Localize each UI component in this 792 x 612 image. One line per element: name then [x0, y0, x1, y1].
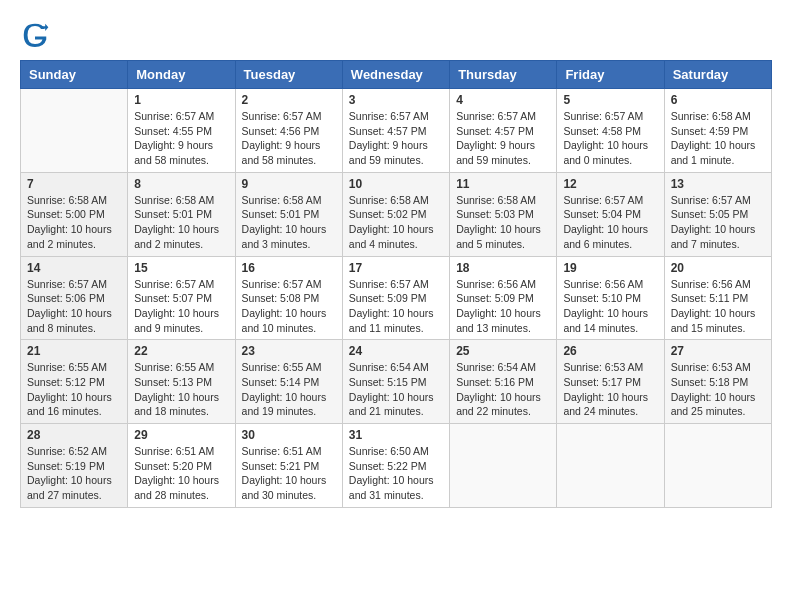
calendar-cell — [21, 89, 128, 173]
day-number: 4 — [456, 93, 550, 107]
day-info: Sunrise: 6:53 AMSunset: 5:17 PMDaylight:… — [563, 360, 657, 419]
day-info: Sunrise: 6:58 AMSunset: 5:02 PMDaylight:… — [349, 193, 443, 252]
day-info: Sunrise: 6:54 AMSunset: 5:16 PMDaylight:… — [456, 360, 550, 419]
weekday-header: Saturday — [664, 61, 771, 89]
day-number: 29 — [134, 428, 228, 442]
logo-icon — [20, 20, 50, 50]
day-info: Sunrise: 6:57 AMSunset: 4:57 PMDaylight:… — [349, 109, 443, 168]
day-number: 5 — [563, 93, 657, 107]
calendar-cell: 12Sunrise: 6:57 AMSunset: 5:04 PMDayligh… — [557, 172, 664, 256]
calendar-cell: 27Sunrise: 6:53 AMSunset: 5:18 PMDayligh… — [664, 340, 771, 424]
calendar-week-row: 21Sunrise: 6:55 AMSunset: 5:12 PMDayligh… — [21, 340, 772, 424]
day-info: Sunrise: 6:58 AMSunset: 5:01 PMDaylight:… — [242, 193, 336, 252]
day-number: 6 — [671, 93, 765, 107]
day-info: Sunrise: 6:57 AMSunset: 4:55 PMDaylight:… — [134, 109, 228, 168]
day-number: 22 — [134, 344, 228, 358]
day-number: 14 — [27, 261, 121, 275]
day-info: Sunrise: 6:57 AMSunset: 5:05 PMDaylight:… — [671, 193, 765, 252]
calendar-cell: 15Sunrise: 6:57 AMSunset: 5:07 PMDayligh… — [128, 256, 235, 340]
calendar-table: SundayMondayTuesdayWednesdayThursdayFrid… — [20, 60, 772, 508]
day-number: 30 — [242, 428, 336, 442]
weekday-header: Thursday — [450, 61, 557, 89]
page-header — [20, 20, 772, 50]
day-number: 31 — [349, 428, 443, 442]
calendar-week-row: 14Sunrise: 6:57 AMSunset: 5:06 PMDayligh… — [21, 256, 772, 340]
calendar-cell: 3Sunrise: 6:57 AMSunset: 4:57 PMDaylight… — [342, 89, 449, 173]
weekday-header: Wednesday — [342, 61, 449, 89]
day-info: Sunrise: 6:57 AMSunset: 5:09 PMDaylight:… — [349, 277, 443, 336]
logo — [20, 20, 54, 50]
calendar-cell: 25Sunrise: 6:54 AMSunset: 5:16 PMDayligh… — [450, 340, 557, 424]
day-info: Sunrise: 6:57 AMSunset: 5:07 PMDaylight:… — [134, 277, 228, 336]
calendar-cell: 6Sunrise: 6:58 AMSunset: 4:59 PMDaylight… — [664, 89, 771, 173]
day-number: 27 — [671, 344, 765, 358]
calendar-cell — [557, 424, 664, 508]
calendar-header-row: SundayMondayTuesdayWednesdayThursdayFrid… — [21, 61, 772, 89]
day-info: Sunrise: 6:58 AMSunset: 4:59 PMDaylight:… — [671, 109, 765, 168]
calendar-cell: 17Sunrise: 6:57 AMSunset: 5:09 PMDayligh… — [342, 256, 449, 340]
day-number: 24 — [349, 344, 443, 358]
day-number: 7 — [27, 177, 121, 191]
weekday-header: Monday — [128, 61, 235, 89]
day-number: 26 — [563, 344, 657, 358]
day-number: 9 — [242, 177, 336, 191]
calendar-cell: 7Sunrise: 6:58 AMSunset: 5:00 PMDaylight… — [21, 172, 128, 256]
day-info: Sunrise: 6:52 AMSunset: 5:19 PMDaylight:… — [27, 444, 121, 503]
calendar-cell: 23Sunrise: 6:55 AMSunset: 5:14 PMDayligh… — [235, 340, 342, 424]
day-info: Sunrise: 6:58 AMSunset: 5:01 PMDaylight:… — [134, 193, 228, 252]
day-number: 23 — [242, 344, 336, 358]
calendar-cell: 2Sunrise: 6:57 AMSunset: 4:56 PMDaylight… — [235, 89, 342, 173]
day-number: 2 — [242, 93, 336, 107]
calendar-cell: 10Sunrise: 6:58 AMSunset: 5:02 PMDayligh… — [342, 172, 449, 256]
calendar-week-row: 7Sunrise: 6:58 AMSunset: 5:00 PMDaylight… — [21, 172, 772, 256]
day-info: Sunrise: 6:57 AMSunset: 5:04 PMDaylight:… — [563, 193, 657, 252]
day-info: Sunrise: 6:55 AMSunset: 5:12 PMDaylight:… — [27, 360, 121, 419]
calendar-cell: 31Sunrise: 6:50 AMSunset: 5:22 PMDayligh… — [342, 424, 449, 508]
day-number: 25 — [456, 344, 550, 358]
day-number: 16 — [242, 261, 336, 275]
calendar-cell: 20Sunrise: 6:56 AMSunset: 5:11 PMDayligh… — [664, 256, 771, 340]
day-info: Sunrise: 6:55 AMSunset: 5:14 PMDaylight:… — [242, 360, 336, 419]
day-number: 10 — [349, 177, 443, 191]
calendar-cell: 8Sunrise: 6:58 AMSunset: 5:01 PMDaylight… — [128, 172, 235, 256]
day-info: Sunrise: 6:54 AMSunset: 5:15 PMDaylight:… — [349, 360, 443, 419]
calendar-cell: 18Sunrise: 6:56 AMSunset: 5:09 PMDayligh… — [450, 256, 557, 340]
day-number: 21 — [27, 344, 121, 358]
calendar-cell — [450, 424, 557, 508]
day-number: 11 — [456, 177, 550, 191]
calendar-week-row: 28Sunrise: 6:52 AMSunset: 5:19 PMDayligh… — [21, 424, 772, 508]
calendar-cell: 21Sunrise: 6:55 AMSunset: 5:12 PMDayligh… — [21, 340, 128, 424]
day-info: Sunrise: 6:51 AMSunset: 5:20 PMDaylight:… — [134, 444, 228, 503]
day-info: Sunrise: 6:55 AMSunset: 5:13 PMDaylight:… — [134, 360, 228, 419]
calendar-cell: 22Sunrise: 6:55 AMSunset: 5:13 PMDayligh… — [128, 340, 235, 424]
calendar-cell: 1Sunrise: 6:57 AMSunset: 4:55 PMDaylight… — [128, 89, 235, 173]
day-info: Sunrise: 6:58 AMSunset: 5:00 PMDaylight:… — [27, 193, 121, 252]
day-number: 13 — [671, 177, 765, 191]
calendar-week-row: 1Sunrise: 6:57 AMSunset: 4:55 PMDaylight… — [21, 89, 772, 173]
weekday-header: Tuesday — [235, 61, 342, 89]
calendar-cell: 5Sunrise: 6:57 AMSunset: 4:58 PMDaylight… — [557, 89, 664, 173]
day-number: 8 — [134, 177, 228, 191]
day-info: Sunrise: 6:51 AMSunset: 5:21 PMDaylight:… — [242, 444, 336, 503]
day-number: 20 — [671, 261, 765, 275]
day-info: Sunrise: 6:57 AMSunset: 5:08 PMDaylight:… — [242, 277, 336, 336]
calendar-cell: 19Sunrise: 6:56 AMSunset: 5:10 PMDayligh… — [557, 256, 664, 340]
day-number: 1 — [134, 93, 228, 107]
day-number: 15 — [134, 261, 228, 275]
day-info: Sunrise: 6:57 AMSunset: 4:57 PMDaylight:… — [456, 109, 550, 168]
day-info: Sunrise: 6:56 AMSunset: 5:11 PMDaylight:… — [671, 277, 765, 336]
day-info: Sunrise: 6:57 AMSunset: 5:06 PMDaylight:… — [27, 277, 121, 336]
calendar-cell: 30Sunrise: 6:51 AMSunset: 5:21 PMDayligh… — [235, 424, 342, 508]
calendar-cell: 16Sunrise: 6:57 AMSunset: 5:08 PMDayligh… — [235, 256, 342, 340]
calendar-cell — [664, 424, 771, 508]
calendar-cell: 13Sunrise: 6:57 AMSunset: 5:05 PMDayligh… — [664, 172, 771, 256]
day-number: 28 — [27, 428, 121, 442]
calendar-cell: 26Sunrise: 6:53 AMSunset: 5:17 PMDayligh… — [557, 340, 664, 424]
day-info: Sunrise: 6:57 AMSunset: 4:56 PMDaylight:… — [242, 109, 336, 168]
day-info: Sunrise: 6:56 AMSunset: 5:10 PMDaylight:… — [563, 277, 657, 336]
calendar-cell: 28Sunrise: 6:52 AMSunset: 5:19 PMDayligh… — [21, 424, 128, 508]
weekday-header: Sunday — [21, 61, 128, 89]
day-number: 3 — [349, 93, 443, 107]
calendar-cell: 9Sunrise: 6:58 AMSunset: 5:01 PMDaylight… — [235, 172, 342, 256]
day-info: Sunrise: 6:58 AMSunset: 5:03 PMDaylight:… — [456, 193, 550, 252]
